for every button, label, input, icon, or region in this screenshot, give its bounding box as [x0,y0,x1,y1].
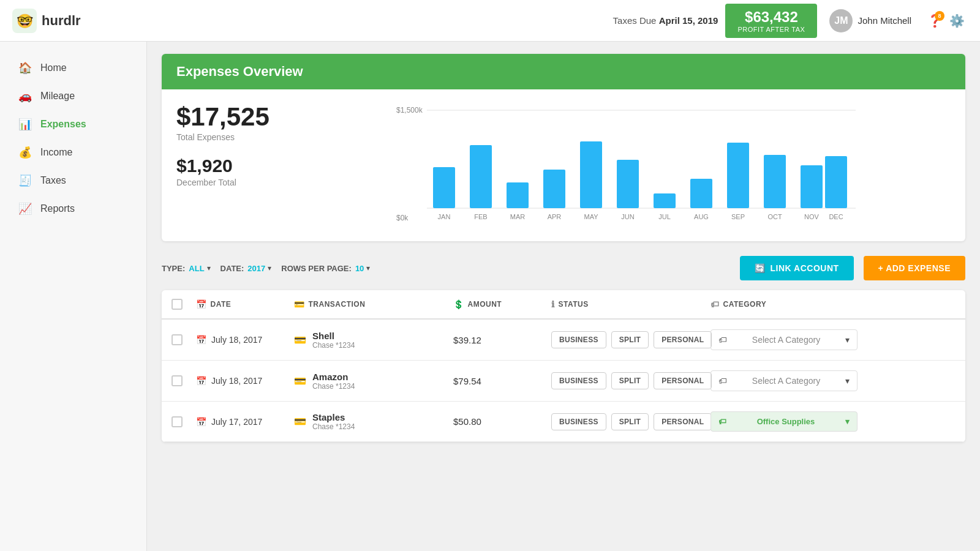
overview-card: Expenses Overview $17,525 Total Expenses… [162,54,965,241]
sidebar-item-mileage[interactable]: 🚗 Mileage [0,82,146,110]
amount-col-label: AMOUNT [468,300,502,309]
overview-stats: $17,525 Total Expenses $1,920 December T… [176,104,287,187]
svg-rect-12 [543,170,565,208]
row3-business-btn[interactable]: BUSINESS [551,413,606,430]
row3-tag-icon: 🏷 [718,417,726,426]
link-account-label: LINK ACCOUNT [771,263,839,273]
row1-category-cell: 🏷 Select A Category ▾ [710,329,858,350]
sidebar-label-income: Income [40,147,72,158]
row1-transaction-cell: 💳 Shell Chase *1234 [294,331,453,350]
category-col-label: CATEGORY [723,300,767,309]
row1-category-select[interactable]: 🏷 Select A Category ▾ [710,329,858,350]
row3-amount: $50.80 [453,416,551,427]
svg-text:AUG: AUG [694,213,709,220]
sidebar-item-home[interactable]: 🏠 Home [0,54,146,82]
row3-category-chevron: ▾ [845,417,850,426]
row3-category-cell: 🏷 Office Supplies ▾ [710,411,858,432]
avatar: JM [829,9,853,32]
reports-icon: 📈 [18,202,32,216]
svg-rect-16 [617,160,639,208]
date-col-icon: 📅 [196,299,207,309]
sidebar-label-expenses: Expenses [40,119,86,130]
profit-label: PROFIT AFTER TAX [737,26,805,33]
row3-personal-btn[interactable]: PERSONAL [654,413,712,430]
sidebar-label-mileage: Mileage [40,91,75,102]
home-icon: 🏠 [18,61,32,75]
rows-value: 10 [355,264,364,273]
type-select[interactable]: ALL ▾ [189,264,210,273]
expenses-table: 📅 DATE 💳 TRANSACTION 💲 AMOUNT ℹ STATUS 🏷 [162,290,965,442]
expenses-icon: 📊 [18,118,32,131]
row2-name: Amazon [312,372,355,382]
row2-category-cell: 🏷 Select A Category ▾ [710,370,858,391]
sidebar: 🏠 Home 🚗 Mileage 📊 Expenses 💰 Income 🧾 T… [0,42,147,551]
row1-checkbox[interactable] [172,334,183,345]
svg-text:MAR: MAR [510,213,526,220]
select-all-checkbox[interactable] [172,299,183,310]
row2-split-btn[interactable]: SPLIT [611,372,649,389]
rows-label: ROWS PER PAGE: [281,264,352,273]
row1-tag-icon: 🏷 [718,335,727,345]
row2-tag-icon: 🏷 [718,376,727,386]
row2-status-cell: BUSINESS SPLIT PERSONAL [551,372,710,389]
svg-rect-20 [690,179,712,208]
row2-business-btn[interactable]: BUSINESS [551,372,606,389]
row1-date-icon: 📅 [196,335,206,345]
settings-icon[interactable]: ⚙️ [946,10,968,32]
svg-text:FEB: FEB [474,213,487,220]
rows-chevron: ▾ [366,264,370,272]
row1-personal-btn[interactable]: PERSONAL [654,331,712,348]
row3-split-btn[interactable]: SPLIT [611,413,649,430]
expenses-chart: $1,500k $0k JAN FEB [301,104,951,227]
svg-text:JUN: JUN [621,213,634,220]
row2-amount: $79.54 [453,376,551,386]
rows-select[interactable]: 10 ▾ [355,264,370,273]
row1-name: Shell [312,331,355,341]
row3-checkbox-cell [172,416,196,427]
sidebar-item-taxes[interactable]: 🧾 Taxes [0,167,146,195]
profit-amount: $63,432 [737,9,805,26]
add-expense-button[interactable]: + ADD EXPENSE [864,256,965,280]
notification-badge: 8 [935,11,944,21]
row3-date: July 17, 2017 [211,417,262,427]
sidebar-item-reports[interactable]: 📈 Reports [0,195,146,223]
main-content: Expenses Overview $17,525 Total Expenses… [147,42,980,551]
type-chevron: ▾ [207,264,211,272]
row1-card-icon: 💳 [294,334,306,346]
rows-filter: ROWS PER PAGE: 10 ▾ [281,264,370,273]
svg-rect-22 [727,143,749,208]
row2-checkbox-cell [172,375,196,386]
svg-text:SEP: SEP [731,213,745,220]
sidebar-item-income[interactable]: 💰 Income [0,138,146,167]
row2-checkbox[interactable] [172,375,183,386]
row3-checkbox[interactable] [172,416,183,427]
row2-date: July 18, 2017 [211,376,262,386]
svg-rect-24 [764,155,786,208]
transaction-col-icon: 💳 [294,299,305,309]
overview-header: Expenses Overview [162,54,965,89]
row3-sub: Chase *1234 [312,422,355,431]
sidebar-item-expenses[interactable]: 📊 Expenses [0,110,146,138]
col-header-checkbox [172,299,196,310]
row1-split-btn[interactable]: SPLIT [611,331,649,348]
link-account-button[interactable]: 🔄 LINK ACCOUNT [740,256,854,280]
row2-category-select[interactable]: 🏷 Select A Category ▾ [710,370,858,391]
row1-business-btn[interactable]: BUSINESS [551,331,606,348]
row3-status-cell: BUSINESS SPLIT PERSONAL [551,413,710,430]
type-value: ALL [189,264,204,273]
row1-date: July 18, 2017 [211,335,262,345]
sidebar-label-home: Home [40,62,67,73]
row1-date-cell: 📅 July 18, 2017 [196,335,294,345]
help-icon[interactable]: ❓ 8 [924,10,946,32]
row2-sub: Chase *1234 [312,382,355,391]
row2-personal-btn[interactable]: PERSONAL [654,372,712,389]
row2-date-cell: 📅 July 18, 2017 [196,376,294,386]
svg-rect-28 [825,156,847,208]
svg-text:OCT: OCT [767,213,782,220]
date-select[interactable]: 2017 ▾ [247,264,271,273]
month-label: December Total [176,178,287,187]
row3-category-select[interactable]: 🏷 Office Supplies ▾ [710,411,858,432]
row3-date-cell: 📅 July 17, 2017 [196,417,294,427]
svg-text:APR: APR [548,213,562,220]
row1-checkbox-cell [172,334,196,345]
